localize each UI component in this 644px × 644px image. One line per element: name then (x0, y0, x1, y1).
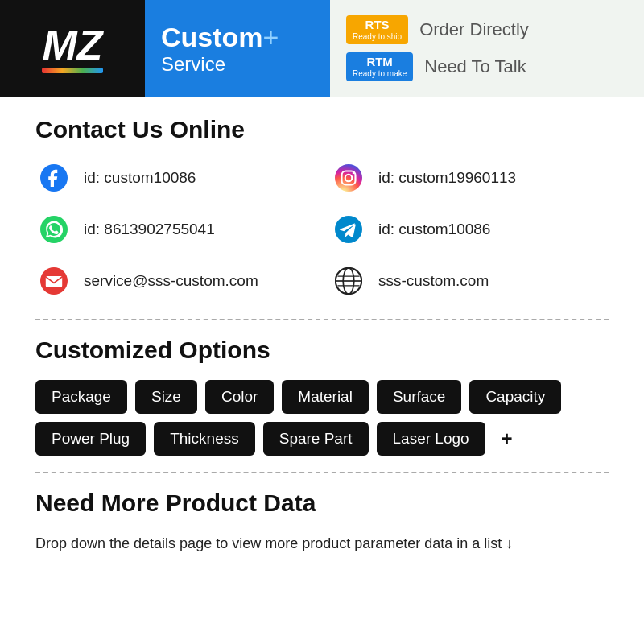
order-label: Order Directly (419, 19, 529, 40)
logo-text: MZ (42, 24, 102, 66)
contact-item-whatsapp: id: 8613902755041 (35, 211, 314, 248)
web-icon (330, 262, 367, 299)
tag-power-plug: Power Plug (35, 422, 146, 456)
tag-color: Color (205, 380, 274, 414)
customized-section: Customized Options Package Size Color Ma… (35, 336, 609, 456)
custom-label: Custom (161, 23, 263, 52)
contact-item-email: service@sss-custom.com (35, 262, 314, 299)
options-tags: Package Size Color Material Surface Capa… (35, 380, 609, 456)
tag-laser-logo: Laser Logo (377, 422, 485, 456)
svg-point-6 (335, 216, 362, 243)
main-content: Contact Us Online id: custom10086 (0, 97, 644, 574)
email-text: service@sss-custom.com (84, 272, 258, 290)
telegram-text: id: custom10086 (378, 221, 490, 238)
tag-plus: + (493, 422, 521, 456)
rtm-main: RTM (353, 55, 407, 69)
tag-size: Size (135, 380, 197, 414)
tag-thickness: Thickness (154, 422, 255, 456)
product-data-section: Need More Product Data Drop down the det… (35, 489, 609, 555)
contact-title: Contact Us Online (35, 116, 609, 143)
rts-row: RTS Ready to ship Order Directly (346, 15, 628, 44)
svg-point-4 (353, 172, 355, 175)
talk-label: Need To Talk (424, 56, 526, 77)
mz-logo: MZ (42, 24, 102, 73)
contact-grid: id: custom10086 (35, 159, 609, 299)
email-icon (35, 262, 72, 299)
tag-spare-part: Spare Part (263, 422, 369, 456)
telegram-icon (330, 211, 367, 248)
rtm-sub: Ready to make (353, 69, 407, 79)
header: MZ Custom+ Service RTS Ready to ship Ord… (0, 0, 644, 97)
facebook-icon (35, 159, 72, 196)
tag-package: Package (35, 380, 127, 414)
divider-1 (35, 319, 609, 320)
tag-capacity: Capacity (469, 380, 561, 414)
contact-section: Contact Us Online id: custom10086 (35, 116, 609, 299)
customized-title: Customized Options (35, 336, 609, 364)
rainbow-bar (42, 68, 102, 73)
header-right: RTS Ready to ship Order Directly RTM Rea… (330, 0, 644, 97)
svg-rect-8 (46, 276, 62, 287)
facebook-text: id: custom10086 (84, 169, 196, 187)
contact-item-web: sss-custom.com (330, 262, 609, 299)
svg-point-5 (40, 216, 68, 243)
tag-surface: Surface (377, 380, 461, 414)
web-text: sss-custom.com (378, 272, 489, 290)
service-label: Service (161, 53, 225, 76)
product-data-desc: Drop down the details page to view more … (35, 533, 609, 555)
contact-item-facebook: id: custom10086 (35, 159, 314, 196)
instagram-text: id: custom19960113 (378, 169, 516, 187)
tag-material: Material (282, 380, 369, 414)
instagram-icon (330, 159, 367, 196)
contact-item-instagram: id: custom19960113 (330, 159, 609, 196)
custom-service-section: Custom+ Service (145, 0, 330, 97)
contact-item-telegram: id: custom10086 (330, 211, 609, 248)
whatsapp-text: id: 8613902755041 (84, 221, 215, 238)
rts-sub: Ready to ship (353, 32, 402, 42)
svg-point-1 (335, 164, 362, 192)
product-data-title: Need More Product Data (35, 489, 609, 517)
custom-plus: + (263, 22, 279, 53)
whatsapp-icon (35, 211, 72, 248)
divider-2 (35, 472, 609, 473)
rts-badge: RTS Ready to ship (346, 15, 408, 44)
rtm-row: RTM Ready to make Need To Talk (346, 52, 628, 81)
rtm-badge: RTM Ready to make (346, 52, 413, 81)
rts-main: RTS (353, 18, 402, 32)
logo-section: MZ (0, 0, 145, 97)
